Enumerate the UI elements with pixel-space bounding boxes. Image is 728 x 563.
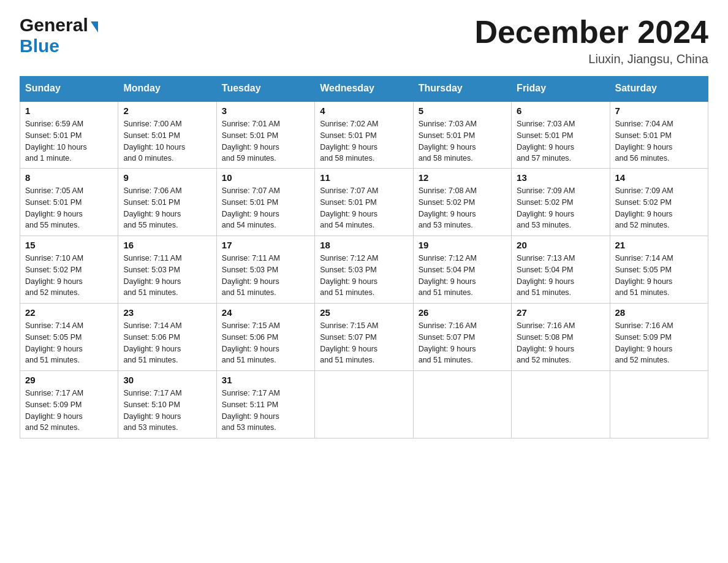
day-number: 27 [517,307,604,318]
table-row: 11 Sunrise: 7:07 AMSunset: 5:01 PMDaylig… [315,169,413,236]
table-row [413,371,511,439]
day-number: 28 [615,307,703,318]
col-thursday: Thursday [413,77,511,101]
day-number: 23 [123,307,211,318]
logo: General Blue [20,15,98,56]
table-row: 29 Sunrise: 7:17 AMSunset: 5:09 PMDaylig… [20,371,118,439]
day-info: Sunrise: 7:06 AMSunset: 5:01 PMDaylight:… [123,185,211,231]
table-row [512,371,610,439]
calendar-week-row: 1 Sunrise: 6:59 AMSunset: 5:01 PMDayligh… [20,101,708,169]
col-sunday: Sunday [20,77,118,101]
table-row: 17 Sunrise: 7:11 AMSunset: 5:03 PMDaylig… [216,236,314,304]
day-number: 24 [222,307,309,318]
table-row: 2 Sunrise: 7:00 AMSunset: 5:01 PMDayligh… [118,101,216,169]
day-number: 25 [320,307,408,318]
calendar-header: Sunday Monday Tuesday Wednesday Thursday… [20,77,708,101]
table-row: 30 Sunrise: 7:17 AMSunset: 5:10 PMDaylig… [118,371,216,439]
col-wednesday: Wednesday [315,77,413,101]
page-header: General Blue December 2024 Liuxin, Jiang… [20,15,708,66]
logo-blue-text: Blue [20,36,59,56]
day-info: Sunrise: 7:11 AMSunset: 5:03 PMDaylight:… [123,253,211,299]
day-number: 21 [615,240,703,250]
day-number: 29 [25,375,113,385]
location: Liuxin, Jiangsu, China [474,52,708,66]
day-info: Sunrise: 7:13 AMSunset: 5:04 PMDaylight:… [517,253,604,299]
day-info: Sunrise: 7:07 AMSunset: 5:01 PMDaylight:… [320,185,408,231]
table-row: 12 Sunrise: 7:08 AMSunset: 5:02 PMDaylig… [413,169,511,236]
day-info: Sunrise: 7:08 AMSunset: 5:02 PMDaylight:… [419,185,506,231]
day-info: Sunrise: 7:00 AMSunset: 5:01 PMDaylight:… [123,118,211,164]
table-row: 14 Sunrise: 7:09 AMSunset: 5:02 PMDaylig… [610,169,708,236]
day-number: 4 [320,105,408,116]
day-info: Sunrise: 7:16 AMSunset: 5:08 PMDaylight:… [517,320,604,366]
day-number: 10 [222,172,309,183]
day-info: Sunrise: 7:14 AMSunset: 5:06 PMDaylight:… [123,320,211,366]
day-number: 9 [123,172,211,183]
table-row: 20 Sunrise: 7:13 AMSunset: 5:04 PMDaylig… [512,236,610,304]
title-block: December 2024 Liuxin, Jiangsu, China [474,15,708,66]
day-info: Sunrise: 7:09 AMSunset: 5:02 PMDaylight:… [615,185,703,231]
table-row: 23 Sunrise: 7:14 AMSunset: 5:06 PMDaylig… [118,304,216,371]
day-info: Sunrise: 7:11 AMSunset: 5:03 PMDaylight:… [222,253,309,299]
calendar-week-row: 15 Sunrise: 7:10 AMSunset: 5:02 PMDaylig… [20,236,708,304]
day-number: 11 [320,172,408,183]
day-info: Sunrise: 7:15 AMSunset: 5:06 PMDaylight:… [222,320,309,366]
day-info: Sunrise: 7:16 AMSunset: 5:09 PMDaylight:… [615,320,703,366]
logo-triangle-icon [91,21,98,33]
header-row: Sunday Monday Tuesday Wednesday Thursday… [20,77,708,101]
day-number: 31 [222,375,309,385]
day-info: Sunrise: 7:10 AMSunset: 5:02 PMDaylight:… [25,253,113,299]
day-number: 6 [517,105,604,116]
day-number: 1 [25,105,113,116]
calendar-week-row: 8 Sunrise: 7:05 AMSunset: 5:01 PMDayligh… [20,169,708,236]
logo-general-text: General [20,15,88,36]
day-info: Sunrise: 6:59 AMSunset: 5:01 PMDaylight:… [25,118,113,164]
table-row: 6 Sunrise: 7:03 AMSunset: 5:01 PMDayligh… [512,101,610,169]
day-number: 5 [419,105,506,116]
day-number: 7 [615,105,703,116]
calendar-week-row: 29 Sunrise: 7:17 AMSunset: 5:09 PMDaylig… [20,371,708,439]
table-row [315,371,413,439]
day-info: Sunrise: 7:17 AMSunset: 5:11 PMDaylight:… [222,388,309,434]
day-info: Sunrise: 7:14 AMSunset: 5:05 PMDaylight:… [615,253,703,299]
col-saturday: Saturday [610,77,708,101]
table-row: 18 Sunrise: 7:12 AMSunset: 5:03 PMDaylig… [315,236,413,304]
day-info: Sunrise: 7:01 AMSunset: 5:01 PMDaylight:… [222,118,309,164]
table-row: 9 Sunrise: 7:06 AMSunset: 5:01 PMDayligh… [118,169,216,236]
day-number: 12 [419,172,506,183]
table-row: 1 Sunrise: 6:59 AMSunset: 5:01 PMDayligh… [20,101,118,169]
table-row: 15 Sunrise: 7:10 AMSunset: 5:02 PMDaylig… [20,236,118,304]
month-title: December 2024 [474,15,708,50]
day-number: 14 [615,172,703,183]
day-info: Sunrise: 7:09 AMSunset: 5:02 PMDaylight:… [517,185,604,231]
col-friday: Friday [512,77,610,101]
day-number: 18 [320,240,408,250]
table-row: 24 Sunrise: 7:15 AMSunset: 5:06 PMDaylig… [216,304,314,371]
col-tuesday: Tuesday [216,77,314,101]
day-number: 13 [517,172,604,183]
day-number: 19 [419,240,506,250]
table-row: 21 Sunrise: 7:14 AMSunset: 5:05 PMDaylig… [610,236,708,304]
table-row: 22 Sunrise: 7:14 AMSunset: 5:05 PMDaylig… [20,304,118,371]
day-number: 20 [517,240,604,250]
day-number: 26 [419,307,506,318]
day-number: 17 [222,240,309,250]
day-info: Sunrise: 7:04 AMSunset: 5:01 PMDaylight:… [615,118,703,164]
table-row: 26 Sunrise: 7:16 AMSunset: 5:07 PMDaylig… [413,304,511,371]
day-number: 15 [25,240,113,250]
table-row: 16 Sunrise: 7:11 AMSunset: 5:03 PMDaylig… [118,236,216,304]
day-info: Sunrise: 7:17 AMSunset: 5:10 PMDaylight:… [123,388,211,434]
day-number: 2 [123,105,211,116]
day-number: 3 [222,105,309,116]
table-row: 10 Sunrise: 7:07 AMSunset: 5:01 PMDaylig… [216,169,314,236]
table-row: 28 Sunrise: 7:16 AMSunset: 5:09 PMDaylig… [610,304,708,371]
day-info: Sunrise: 7:07 AMSunset: 5:01 PMDaylight:… [222,185,309,231]
day-info: Sunrise: 7:05 AMSunset: 5:01 PMDaylight:… [25,185,113,231]
table-row: 7 Sunrise: 7:04 AMSunset: 5:01 PMDayligh… [610,101,708,169]
day-info: Sunrise: 7:12 AMSunset: 5:04 PMDaylight:… [419,253,506,299]
table-row: 4 Sunrise: 7:02 AMSunset: 5:01 PMDayligh… [315,101,413,169]
day-info: Sunrise: 7:03 AMSunset: 5:01 PMDaylight:… [419,118,506,164]
table-row: 8 Sunrise: 7:05 AMSunset: 5:01 PMDayligh… [20,169,118,236]
day-info: Sunrise: 7:14 AMSunset: 5:05 PMDaylight:… [25,320,113,366]
table-row: 31 Sunrise: 7:17 AMSunset: 5:11 PMDaylig… [216,371,314,439]
